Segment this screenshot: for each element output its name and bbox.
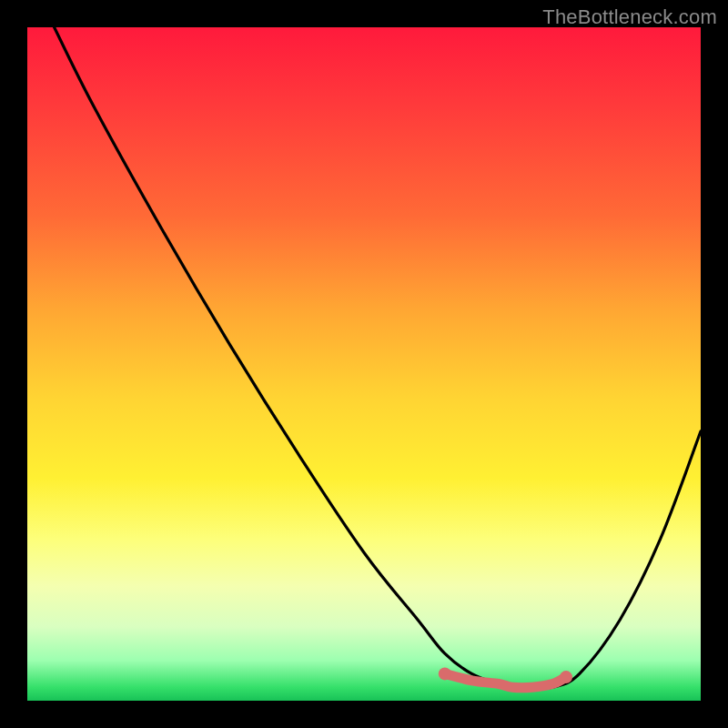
watermark-label: TheBottleneck.com bbox=[542, 5, 717, 29]
plot-area bbox=[27, 27, 701, 701]
chart-svg bbox=[27, 27, 701, 701]
chart-frame: TheBottleneck.com bbox=[0, 0, 728, 728]
bottleneck-curve-path bbox=[55, 27, 701, 688]
marker-optimal-start bbox=[439, 667, 451, 680]
optimal-region-path bbox=[445, 673, 566, 687]
marker-optimal-end bbox=[560, 671, 572, 683]
